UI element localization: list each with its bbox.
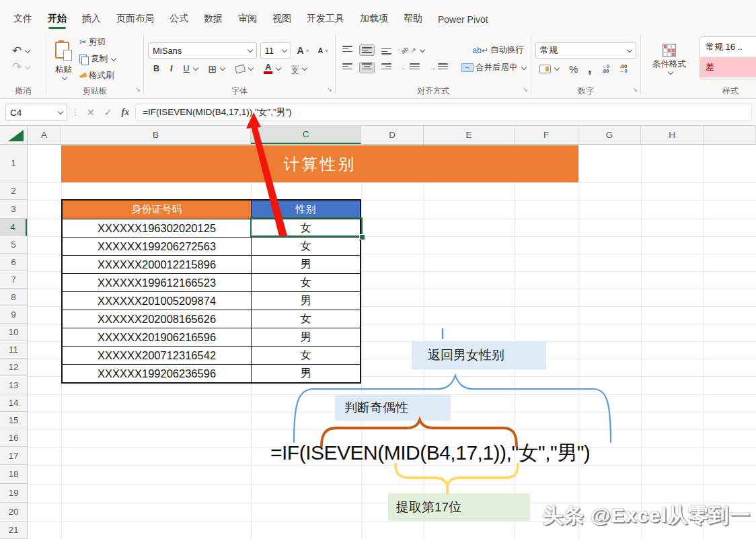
name-box[interactable]: C4 <box>5 104 67 121</box>
font-color-button[interactable]: A <box>261 62 283 75</box>
style-item-normal[interactable]: 常规 16 .. <box>700 37 756 57</box>
id-cell[interactable]: XXXXXX196302020125 <box>63 219 252 237</box>
borders-button[interactable]: ⊞ <box>206 63 228 75</box>
menu-tab-审阅[interactable]: 审阅 <box>238 13 257 30</box>
title-banner-cell[interactable]: 计算性别 <box>61 145 578 182</box>
row-header-11[interactable]: 11 <box>0 341 27 359</box>
menu-tab-公式[interactable]: 公式 <box>169 13 188 30</box>
row-header-1[interactable]: 1 <box>0 145 27 182</box>
column-header-D[interactable]: D <box>361 126 424 144</box>
gender-cell[interactable]: 男 <box>252 365 360 382</box>
gender-header-cell[interactable]: 性别 <box>252 201 360 219</box>
dialog-launcher-icon[interactable]: ↘ <box>327 83 332 96</box>
cancel-icon[interactable]: ✕ <box>83 107 98 118</box>
column-header-E[interactable]: E <box>424 126 515 144</box>
row-header-7[interactable]: 7 <box>0 271 27 289</box>
align-right-button[interactable] <box>379 62 394 73</box>
align-left-button[interactable] <box>340 62 355 73</box>
enter-icon[interactable]: ✓ <box>101 107 116 118</box>
callout-extract-17th[interactable]: 提取第17位 <box>388 493 530 521</box>
merge-center-button[interactable]: 合并后居中 <box>459 61 529 75</box>
increase-indent-button[interactable]: → <box>426 62 451 73</box>
menu-tab-帮助[interactable]: 帮助 <box>404 13 422 30</box>
callout-return-gender[interactable]: 返回男女性别 <box>412 341 546 369</box>
formula-input[interactable]: =IF(ISEVEN(MID(B4,17,1)),"女","男") <box>135 104 752 121</box>
dialog-launcher-icon[interactable]: ↘ <box>632 83 638 96</box>
redo-button[interactable]: ↷ <box>9 61 32 73</box>
row-header-5[interactable]: 5 <box>0 236 27 254</box>
menu-tab-视图[interactable]: 视图 <box>272 13 291 30</box>
row-header-18[interactable]: 18 <box>0 465 27 484</box>
align-center-button[interactable] <box>359 62 375 73</box>
column-header-F[interactable]: F <box>515 126 578 144</box>
menu-tab-文件[interactable]: 文件 <box>13 13 32 30</box>
gender-cell[interactable]: 男 <box>252 328 360 346</box>
row-header-17[interactable]: 17 <box>0 447 27 465</box>
paste-button[interactable]: 粘贴 <box>50 39 77 79</box>
copy-button[interactable]: 复制 <box>77 52 118 66</box>
orientation-button[interactable]: ab↗ <box>398 45 427 55</box>
column-header-B[interactable]: B <box>61 126 251 144</box>
font-family-select[interactable]: MiSans <box>148 42 257 59</box>
row-header-20[interactable]: 20 <box>0 503 27 522</box>
gender-cell[interactable]: 女 <box>252 274 360 291</box>
format-painter-button[interactable]: 格式刷 <box>77 69 118 83</box>
column-header-A[interactable]: A <box>28 126 61 144</box>
phonetic-button[interactable]: wén文 <box>289 63 309 75</box>
menu-tab-开始[interactable]: 开始 <box>48 13 67 30</box>
id-cell[interactable]: XXXXXX201906216596 <box>63 328 252 346</box>
menu-tab-数据[interactable]: 数据 <box>204 13 223 30</box>
accounting-format-button[interactable] <box>537 63 562 75</box>
callout-judge-parity[interactable]: 判断奇偶性 <box>335 395 451 421</box>
align-middle-button[interactable] <box>359 44 375 56</box>
conditional-formatting-button[interactable]: 条件格式 <box>649 44 689 74</box>
row-header-2[interactable]: 2 <box>0 182 27 200</box>
fill-handle[interactable] <box>359 234 365 240</box>
gender-cell[interactable]: 女 <box>252 310 360 328</box>
menu-tab-插入[interactable]: 插入 <box>82 13 101 30</box>
row-header-3[interactable]: 3 <box>0 200 27 219</box>
gender-cell[interactable]: 女 <box>252 238 360 255</box>
fill-color-button[interactable] <box>233 64 256 74</box>
font-size-select[interactable]: 11 <box>260 42 291 59</box>
percent-style-button[interactable]: % <box>566 62 580 76</box>
row-header-13[interactable]: 13 <box>0 376 27 394</box>
column-header-C[interactable]: C <box>251 126 361 144</box>
dialog-launcher-icon[interactable]: ↘ <box>135 83 141 96</box>
menu-tab-加载项[interactable]: 加载项 <box>360 13 388 30</box>
cut-button[interactable]: ✂剪切 <box>77 35 118 49</box>
row-header-10[interactable]: 10 <box>0 324 27 341</box>
id-cell[interactable]: XXXXXX200012215896 <box>63 256 252 273</box>
id-header-cell[interactable]: 身份证号码 <box>63 201 252 219</box>
gender-cell[interactable]: 男 <box>252 292 360 310</box>
row-header-21[interactable]: 21 <box>0 522 27 539</box>
gender-cell[interactable]: 男 <box>252 256 360 273</box>
menu-tab-开发工具[interactable]: 开发工具 <box>307 13 344 30</box>
id-cell[interactable]: XXXXXX199206272563 <box>63 238 252 255</box>
row-header-9[interactable]: 9 <box>0 306 27 324</box>
menu-tab-Power Pivot[interactable]: Power Pivot <box>438 14 488 30</box>
id-cell[interactable]: XXXXXX199206236596 <box>63 365 252 382</box>
number-format-select[interactable]: 常规 <box>535 42 636 59</box>
increase-font-button[interactable]: A˄ <box>295 44 312 57</box>
increase-decimal-button[interactable]: ←0.00 <box>599 63 612 75</box>
undo-button[interactable]: ↶ <box>9 45 32 57</box>
row-header-19[interactable]: 19 <box>0 484 27 503</box>
row-header-6[interactable]: 6 <box>0 254 27 271</box>
dialog-launcher-icon[interactable]: ↘ <box>523 83 528 96</box>
bold-button[interactable]: B <box>151 63 162 75</box>
row-header-8[interactable]: 8 <box>0 289 27 306</box>
align-top-button[interactable] <box>340 44 355 56</box>
id-cell[interactable]: XXXXXX202008165626 <box>63 310 252 328</box>
align-bottom-button[interactable] <box>379 44 394 56</box>
column-header-H[interactable]: H <box>641 126 704 144</box>
comma-style-button[interactable]: , <box>585 64 594 73</box>
style-item-bad[interactable]: 差 <box>700 57 756 77</box>
select-all-button[interactable] <box>0 126 28 145</box>
italic-button[interactable]: I <box>167 63 175 75</box>
wrap-text-button[interactable]: ab↵自动换行 <box>470 43 527 57</box>
id-cell[interactable]: XXXXXX200712316542 <box>63 347 252 364</box>
decrease-font-button[interactable]: A˅ <box>315 45 331 56</box>
gender-cell[interactable]: 女 <box>252 347 360 364</box>
row-header-4[interactable]: 4 <box>0 219 27 236</box>
